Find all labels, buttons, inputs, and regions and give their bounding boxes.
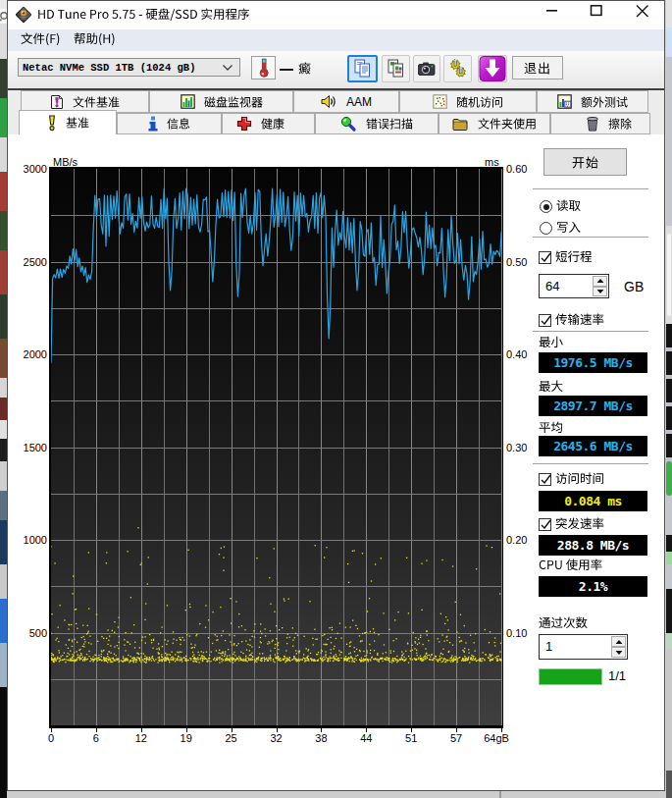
axis-tick-label: 2000 — [2, 348, 47, 360]
cjk-text — [539, 616, 588, 629]
transfer-rate-label — [555, 313, 604, 326]
start-button[interactable] — [543, 148, 627, 176]
cjk-text — [555, 472, 604, 485]
separator — [533, 188, 648, 189]
short-stroke-label — [555, 250, 593, 263]
screenshot-button[interactable] — [413, 55, 440, 82]
copy-pages-icon — [352, 59, 373, 80]
desktop-thumbnail — [0, 420, 7, 439]
thermometer-icon — [256, 58, 272, 79]
maximize-button[interactable] — [581, 5, 610, 25]
axis-tick-label: 500 — [2, 627, 47, 639]
app-icon — [16, 7, 31, 23]
cjk-text — [73, 96, 120, 108]
monitor-bars-icon — [181, 94, 195, 109]
temperature-button[interactable] — [251, 56, 276, 80]
desktop-thumbnail — [0, 172, 7, 211]
minimize-button[interactable] — [537, 5, 566, 25]
axis-tick-label: 19 — [167, 732, 206, 744]
cjk-text — [539, 336, 563, 348]
radio-write[interactable] — [540, 222, 552, 235]
transfer-rate-checkbox[interactable] — [539, 314, 551, 327]
spin-up-button[interactable] — [611, 636, 626, 647]
gears-icon — [446, 57, 470, 80]
trash-icon — [586, 116, 599, 132]
menu-help[interactable] — [74, 32, 116, 49]
axis-tick-label: 6 — [77, 732, 116, 744]
desktop-thumbnail — [666, 379, 672, 402]
check-icon — [539, 517, 553, 532]
tab-benchmark[interactable] — [19, 110, 117, 134]
info-icon — [148, 116, 158, 132]
axis-tick-label: 0.40 — [506, 348, 527, 360]
tab-extra-tests[interactable] — [537, 90, 648, 113]
tab-erase[interactable] — [550, 113, 650, 134]
tab-health[interactable] — [222, 113, 315, 134]
axis-tick — [96, 728, 97, 732]
axis-tick-label: 1500 — [2, 442, 47, 453]
axis-tick-label: 57 — [437, 732, 476, 744]
axis-tick-label: 1000 — [2, 534, 47, 546]
axis-tick — [277, 728, 278, 732]
exit-button[interactable] — [512, 56, 563, 80]
close-button[interactable] — [626, 5, 655, 25]
spin-down-button[interactable] — [593, 287, 607, 297]
burst-rate-checkbox[interactable] — [539, 518, 551, 531]
short-stroke-checkbox[interactable] — [539, 251, 551, 264]
tab-label — [73, 96, 120, 108]
axis-tick-label: 0.50 — [506, 256, 527, 268]
doc-exclaim-icon — [50, 94, 64, 110]
check-icon — [539, 250, 553, 265]
tab-info[interactable] — [117, 113, 222, 134]
spin-down-button[interactable] — [611, 647, 626, 658]
axis-tick-label: 0.60 — [506, 163, 527, 175]
pass-count-spinner[interactable]: 1 — [539, 634, 628, 660]
axis-tick — [501, 728, 502, 732]
temperature-dash — [280, 69, 293, 71]
cjk-text — [539, 421, 563, 434]
cjk-text — [37, 8, 249, 21]
spin-up-button[interactable] — [593, 276, 607, 287]
tab-label — [261, 118, 284, 130]
tab-aam[interactable]: AAM — [293, 90, 399, 113]
spin-buttons — [593, 276, 607, 296]
cjk-text — [261, 118, 284, 130]
tab-error-scan[interactable] — [315, 113, 439, 134]
cjk-text — [556, 199, 581, 212]
desktop-thumbnail — [0, 211, 7, 250]
access-time-checkbox[interactable] — [539, 473, 551, 486]
pass-count-value: 1 — [545, 639, 552, 654]
tab-disk-monitor[interactable] — [149, 90, 293, 113]
axis-tick — [411, 728, 412, 732]
cjk-text — [456, 96, 503, 108]
start-button-label — [572, 156, 599, 169]
check-icon — [539, 313, 553, 328]
desktop-thumbnail — [666, 0, 672, 27]
short-stroke-spinner[interactable]: 64 — [539, 274, 609, 298]
avg-label — [539, 421, 563, 434]
tab-folder-usage[interactable] — [439, 113, 550, 134]
menu-file[interactable] — [21, 32, 60, 49]
desktop-thumbnail — [0, 564, 7, 599]
desktop-thumbnail — [666, 552, 672, 564]
desktop-thumbnail — [667, 234, 671, 316]
pass-count-label — [539, 616, 588, 629]
desktop-thumbnail — [666, 589, 672, 633]
copy-screenshot-button[interactable] — [382, 55, 410, 82]
radio-read[interactable] — [540, 200, 552, 213]
copy-to-clipboard-button[interactable] — [347, 55, 378, 82]
axis-tick-label: 0.30 — [506, 442, 527, 453]
tab-random-access[interactable] — [399, 90, 537, 113]
drive-select-dropdown[interactable]: Netac NVMe SSD 1TB (1024 gB) — [18, 58, 240, 77]
radio-write-label — [556, 221, 581, 234]
axis-tick-label: 38 — [301, 732, 340, 744]
tab-label — [366, 118, 413, 130]
camera-icon — [417, 59, 437, 79]
tab-label — [66, 117, 89, 129]
axis-tick-label: 44 — [346, 732, 386, 744]
options-button[interactable] — [443, 55, 472, 82]
save-results-button[interactable] — [478, 55, 507, 82]
tab-label — [167, 118, 190, 130]
axis-tick — [366, 728, 367, 732]
desktop-line — [499, 791, 501, 798]
